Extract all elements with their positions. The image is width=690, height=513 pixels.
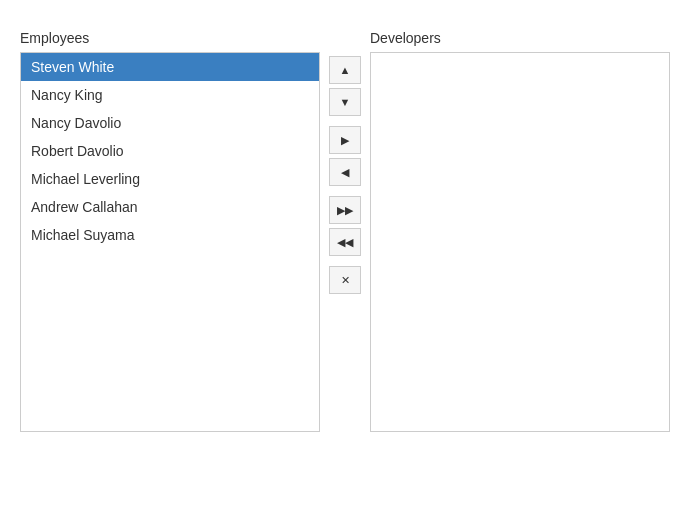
employees-list-item[interactable]: Michael Leverling xyxy=(21,165,319,193)
move-down-button[interactable]: ▼ xyxy=(329,88,361,116)
main-container: Employees Steven WhiteNancy KingNancy Da… xyxy=(20,30,670,432)
developers-panel: Developers xyxy=(370,30,670,432)
employees-label: Employees xyxy=(20,30,320,46)
controls-panel: ▲ ▼ ▶ ◀ ▶▶ ◀◀ ✕ xyxy=(320,30,370,294)
employees-list-item[interactable]: Michael Suyama xyxy=(21,221,319,249)
move-all-right-button[interactable]: ▶▶ xyxy=(329,196,361,224)
move-left-button[interactable]: ◀ xyxy=(329,158,361,186)
move-up-button[interactable]: ▲ xyxy=(329,56,361,84)
employees-list-item[interactable]: Robert Davolio xyxy=(21,137,319,165)
employees-list-item[interactable]: Andrew Callahan xyxy=(21,193,319,221)
employees-list-item[interactable]: Nancy King xyxy=(21,81,319,109)
employees-list-item[interactable]: Nancy Davolio xyxy=(21,109,319,137)
remove-button[interactable]: ✕ xyxy=(329,266,361,294)
employees-panel: Employees Steven WhiteNancy KingNancy Da… xyxy=(20,30,320,432)
move-right-button[interactable]: ▶ xyxy=(329,126,361,154)
move-all-left-button[interactable]: ◀◀ xyxy=(329,228,361,256)
employees-list-item[interactable]: Steven White xyxy=(21,53,319,81)
developers-list[interactable] xyxy=(370,52,670,432)
developers-label: Developers xyxy=(370,30,670,46)
employees-list[interactable]: Steven WhiteNancy KingNancy DavolioRober… xyxy=(20,52,320,432)
